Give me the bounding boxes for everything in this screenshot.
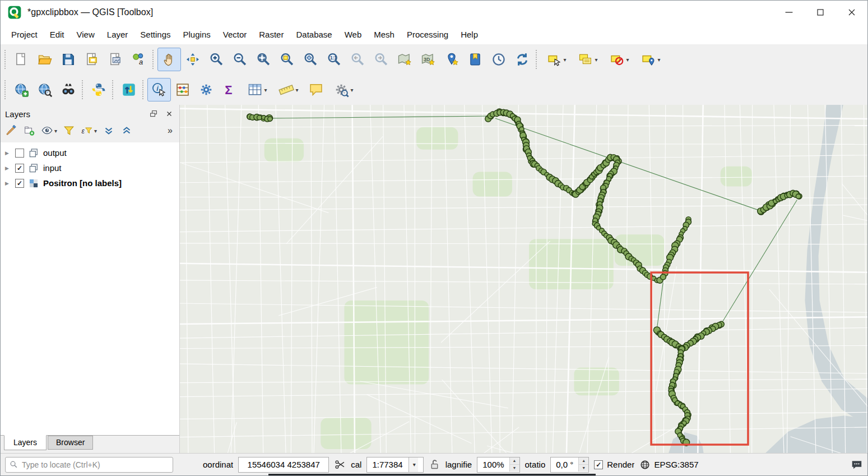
- save-project-button[interactable]: [57, 48, 80, 71]
- float-panel-button[interactable]: [148, 108, 159, 119]
- menu-settings[interactable]: Settings: [134, 26, 177, 43]
- layer-item-output[interactable]: ▶output: [1, 145, 179, 160]
- menu-database[interactable]: Database: [290, 26, 338, 43]
- menu-project[interactable]: Project: [5, 26, 44, 43]
- menu-view[interactable]: View: [71, 26, 101, 43]
- menu-processing[interactable]: Processing: [401, 26, 454, 43]
- zoom-last-button[interactable]: [346, 48, 369, 71]
- zoom-to-layer-button[interactable]: [299, 48, 322, 71]
- expander-icon[interactable]: ▶: [5, 165, 11, 171]
- menu-plugins[interactable]: Plugins: [177, 26, 217, 43]
- zoom-full-button[interactable]: [252, 48, 275, 71]
- collapse-all-button[interactable]: [118, 122, 135, 139]
- identify-features-button[interactable]: i: [147, 78, 171, 101]
- zoom-next-button[interactable]: [369, 48, 393, 71]
- temporal-controller-button[interactable]: [487, 48, 510, 71]
- menu-layer[interactable]: Layer: [101, 26, 134, 43]
- manage-map-themes-button[interactable]: ▾: [39, 122, 59, 139]
- open-layer-styling-button[interactable]: [3, 122, 20, 139]
- menu-edit[interactable]: Edit: [44, 26, 71, 43]
- show-bookmarks-button[interactable]: [463, 48, 487, 71]
- messages-button[interactable]: [851, 459, 863, 471]
- layout-manager-button[interactable]: [104, 48, 127, 71]
- layer-item-input[interactable]: ▶✓input: [1, 160, 179, 175]
- render-toggle[interactable]: ✓ Render: [594, 460, 634, 469]
- spin-down-icon[interactable]: ▼: [579, 465, 588, 472]
- menu-raster[interactable]: Raster: [253, 26, 290, 43]
- spin-up-icon[interactable]: ▲: [579, 457, 588, 465]
- select-by-location-button[interactable]: ▾: [635, 48, 666, 71]
- menu-web[interactable]: Web: [338, 26, 368, 43]
- coordinate-field[interactable]: 15546034 4253847: [238, 457, 329, 473]
- new-3d-map-view-button[interactable]: 3D: [416, 48, 440, 71]
- pan-to-selection-button[interactable]: [181, 48, 205, 71]
- zoom-to-selection-button[interactable]: [275, 48, 299, 71]
- map-canvas[interactable]: [180, 105, 867, 453]
- dropdown-caret-icon[interactable]: ▾: [54, 128, 57, 134]
- new-project-button[interactable]: [10, 48, 33, 71]
- field-calculator-button[interactable]: [171, 78, 194, 101]
- deselect-features-button[interactable]: ▾: [604, 48, 635, 71]
- pan-map-button[interactable]: [157, 48, 181, 71]
- metasearch-button[interactable]: [57, 78, 80, 101]
- spin-down-icon[interactable]: ▼: [510, 465, 519, 472]
- new-map-view-button[interactable]: [393, 48, 416, 71]
- layer-checkbox[interactable]: ✓: [15, 179, 24, 188]
- metasearch-search-button[interactable]: [33, 78, 57, 101]
- metasearch-add-button[interactable]: [10, 78, 33, 101]
- python-console-button[interactable]: [87, 78, 110, 101]
- expander-icon[interactable]: ▶: [5, 181, 11, 186]
- open-project-button[interactable]: [33, 48, 57, 71]
- dropdown-caret-icon[interactable]: ▾: [595, 57, 597, 63]
- measure-line-button[interactable]: ▾: [273, 78, 304, 101]
- expander-icon[interactable]: ▶: [5, 150, 11, 156]
- processing-options-button[interactable]: [194, 78, 218, 101]
- style-manager-button[interactable]: a: [127, 48, 151, 71]
- rotation-spinbox[interactable]: 0,0 ° ▲▼: [550, 457, 589, 473]
- data-source-manager-button[interactable]: [117, 78, 141, 101]
- search-settings-button[interactable]: ▾: [328, 78, 359, 101]
- crs-indicator[interactable]: EPSG:3857: [639, 459, 698, 470]
- locator-bar[interactable]: [5, 457, 173, 473]
- refresh-button[interactable]: [510, 48, 534, 71]
- layer-checkbox[interactable]: [15, 149, 24, 158]
- dropdown-caret-icon[interactable]: ▾: [94, 128, 97, 134]
- menu-help[interactable]: Help: [454, 26, 484, 43]
- spin-up-icon[interactable]: ▲: [510, 457, 519, 465]
- new-print-layout-button[interactable]: [80, 48, 104, 71]
- maximize-button[interactable]: [805, 1, 836, 24]
- layer-item-positron-no-labels[interactable]: ▶✓Positron [no labels]: [1, 175, 179, 191]
- map-tips-button[interactable]: [304, 78, 328, 101]
- locator-input[interactable]: [22, 460, 169, 469]
- dropdown-caret-icon[interactable]: ▾: [350, 87, 353, 93]
- tab-browser[interactable]: Browser: [48, 436, 93, 450]
- select-by-value-button[interactable]: ▾: [572, 48, 604, 71]
- filter-legend-button[interactable]: [61, 122, 77, 139]
- lock-scale-button[interactable]: [429, 459, 440, 470]
- zoom-native-button[interactable]: 1:1: [322, 48, 346, 71]
- zoom-in-button[interactable]: [205, 48, 228, 71]
- close-panel-button[interactable]: [164, 108, 175, 119]
- expand-all-button[interactable]: [100, 122, 117, 139]
- open-attribute-table-button[interactable]: ▾: [242, 78, 273, 101]
- minimize-button[interactable]: [773, 1, 805, 24]
- magnifier-spinbox[interactable]: 100% ▲▼: [477, 457, 519, 473]
- dropdown-caret-icon[interactable]: ▾: [264, 87, 267, 93]
- dropdown-caret-icon[interactable]: ▾: [626, 57, 629, 63]
- scale-combo[interactable]: 1:77384 ▾: [366, 457, 423, 473]
- filter-by-expression-button[interactable]: ε▾: [78, 122, 99, 139]
- select-features-button[interactable]: ▾: [541, 48, 572, 71]
- dropdown-caret-icon[interactable]: ▾: [563, 57, 566, 63]
- new-spatial-bookmark-button[interactable]: [440, 48, 463, 71]
- dropdown-caret-icon[interactable]: ▾: [295, 87, 298, 93]
- menu-mesh[interactable]: Mesh: [368, 26, 401, 43]
- layer-checkbox[interactable]: ✓: [15, 164, 24, 173]
- menu-vector[interactable]: Vector: [217, 26, 253, 43]
- tab-layers[interactable]: Layers: [4, 435, 47, 450]
- dropdown-caret-icon[interactable]: ▾: [657, 57, 660, 63]
- extents-toggle-button[interactable]: [334, 459, 346, 470]
- scale-dropdown-icon[interactable]: ▾: [409, 457, 418, 472]
- close-button[interactable]: [836, 1, 867, 24]
- zoom-out-button[interactable]: [228, 48, 252, 71]
- panel-overflow-button[interactable]: »: [163, 126, 177, 136]
